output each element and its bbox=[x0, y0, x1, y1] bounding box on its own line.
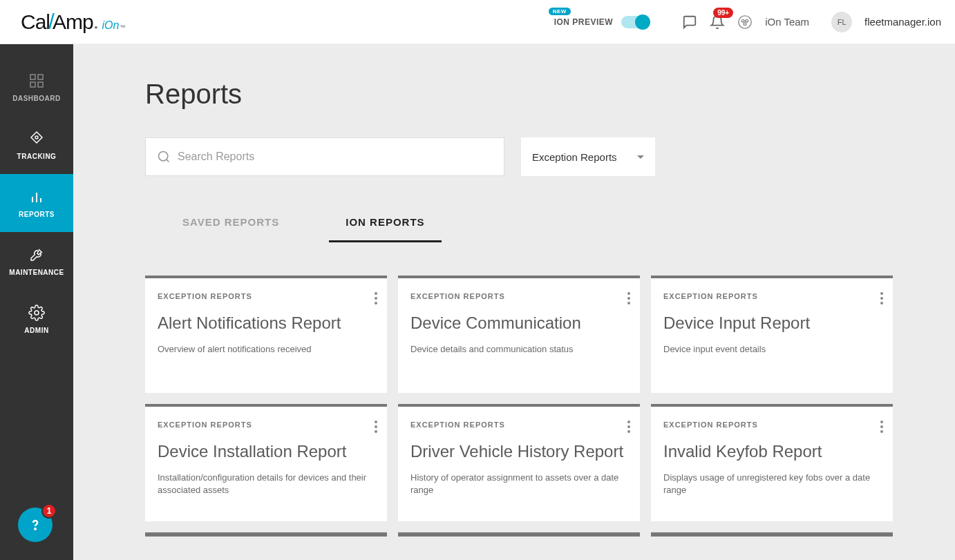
svg-point-16 bbox=[35, 528, 36, 530]
sidebar: DASHBOARD TRACKING REPORTS MAINTENANCE A… bbox=[0, 44, 73, 560]
svg-point-14 bbox=[159, 152, 168, 161]
report-card[interactable]: EXCEPTION REPORTS Invalid Keyfob Report … bbox=[651, 404, 893, 521]
report-card-stub bbox=[651, 532, 893, 537]
header-right: NEW ION PREVIEW 99+ iOn Team FL fleetman… bbox=[554, 12, 941, 32]
report-card[interactable]: EXCEPTION REPORTS Device Input Report De… bbox=[651, 276, 893, 393]
tab-ion-reports[interactable]: ION REPORTS bbox=[329, 211, 441, 242]
svg-point-3 bbox=[744, 22, 746, 25]
report-card[interactable]: EXCEPTION REPORTS Alert Notifications Re… bbox=[145, 276, 387, 393]
username[interactable]: fleetmanager.ion bbox=[864, 16, 941, 28]
svg-line-12 bbox=[39, 249, 42, 253]
svg-rect-5 bbox=[38, 75, 43, 79]
sidebar-item-admin[interactable]: ADMIN bbox=[0, 290, 73, 348]
report-card[interactable]: EXCEPTION REPORTS Driver Vehicle History… bbox=[398, 404, 640, 521]
chevron-down-icon bbox=[637, 155, 644, 159]
svg-rect-4 bbox=[30, 75, 35, 79]
sidebar-item-maintenance[interactable]: MAINTENANCE bbox=[0, 232, 73, 290]
card-description: Device details and communication status bbox=[410, 343, 627, 356]
card-menu-icon[interactable] bbox=[880, 421, 883, 433]
sidebar-item-dashboard[interactable]: DASHBOARD bbox=[0, 58, 73, 116]
dashboard-icon bbox=[28, 73, 45, 89]
header-bar: Cal/Amp● iOn™ NEW ION PREVIEW 99+ iOn Te… bbox=[0, 0, 955, 44]
search-icon bbox=[157, 150, 171, 164]
card-category: EXCEPTION REPORTS bbox=[410, 292, 627, 300]
card-menu-icon[interactable] bbox=[375, 421, 377, 433]
sidebar-item-label: MAINTENANCE bbox=[9, 269, 64, 276]
sidebar-item-label: REPORTS bbox=[19, 211, 55, 218]
card-description: History of operator assignment to assets… bbox=[410, 472, 627, 496]
category-dropdown[interactable]: Exception Reports bbox=[521, 137, 655, 176]
avatar-initials: FL bbox=[838, 18, 847, 26]
card-title: Device Installation Report bbox=[158, 441, 375, 462]
logo-text-cal: Cal bbox=[21, 10, 50, 33]
card-menu-icon[interactable] bbox=[627, 292, 630, 305]
card-category: EXCEPTION REPORTS bbox=[158, 421, 375, 429]
svg-rect-7 bbox=[30, 82, 35, 87]
card-category: EXCEPTION REPORTS bbox=[663, 421, 880, 429]
report-card-stub bbox=[398, 532, 640, 537]
page-title: Reports bbox=[145, 79, 893, 110]
tab-label: ION REPORTS bbox=[346, 216, 424, 228]
tracking-icon bbox=[28, 131, 45, 147]
controls-row: Exception Reports bbox=[145, 137, 893, 176]
search-input[interactable] bbox=[178, 151, 493, 163]
svg-point-2 bbox=[746, 19, 748, 22]
cards-grid: EXCEPTION REPORTS Alert Notifications Re… bbox=[145, 276, 893, 537]
reports-icon bbox=[28, 189, 45, 205]
card-description: Installation/configuration details for d… bbox=[158, 472, 375, 496]
team-label[interactable]: iOn Team bbox=[765, 16, 809, 28]
avatar[interactable]: FL bbox=[831, 12, 852, 32]
card-menu-icon[interactable] bbox=[627, 421, 630, 433]
card-menu-icon[interactable] bbox=[880, 292, 883, 305]
card-description: Displays usage of unregistered key fobs … bbox=[663, 472, 880, 496]
messages-icon[interactable] bbox=[682, 15, 697, 30]
svg-point-0 bbox=[739, 15, 751, 28]
tabs: SAVED REPORTS ION REPORTS bbox=[166, 211, 893, 242]
notification-badge: 99+ bbox=[713, 8, 733, 18]
report-card-stub bbox=[145, 532, 387, 537]
card-description: Device input event details bbox=[663, 343, 880, 356]
report-card[interactable]: EXCEPTION REPORTS Device Communication D… bbox=[398, 276, 640, 393]
toggle-knob-icon bbox=[635, 15, 650, 30]
logo-text-amp: Amp bbox=[53, 10, 93, 33]
dropdown-selected-label: Exception Reports bbox=[532, 151, 617, 163]
logo[interactable]: Cal/Amp● iOn™ bbox=[21, 9, 125, 35]
report-card[interactable]: EXCEPTION REPORTS Device Installation Re… bbox=[145, 404, 387, 521]
new-badge: NEW bbox=[549, 8, 571, 15]
card-title: Device Input Report bbox=[663, 313, 880, 334]
svg-point-8 bbox=[35, 136, 38, 139]
svg-point-13 bbox=[35, 311, 39, 315]
svg-point-1 bbox=[742, 19, 745, 22]
search-box[interactable] bbox=[145, 137, 504, 176]
logo-ion: iOn bbox=[102, 19, 119, 32]
svg-line-15 bbox=[167, 160, 169, 162]
ion-preview-label: ION PREVIEW bbox=[554, 17, 614, 27]
card-title: Invalid Keyfob Report bbox=[663, 441, 880, 462]
sidebar-item-label: DASHBOARD bbox=[12, 95, 61, 102]
card-category: EXCEPTION REPORTS bbox=[663, 292, 880, 300]
admin-icon bbox=[28, 305, 45, 321]
notifications-icon[interactable]: 99+ bbox=[710, 15, 725, 30]
sidebar-item-reports[interactable]: REPORTS bbox=[0, 174, 73, 232]
maintenance-icon bbox=[28, 247, 45, 263]
sidebar-item-tracking[interactable]: TRACKING bbox=[0, 116, 73, 174]
sidebar-item-label: TRACKING bbox=[17, 153, 57, 160]
ion-preview-group: NEW ION PREVIEW bbox=[554, 16, 650, 28]
card-category: EXCEPTION REPORTS bbox=[410, 421, 627, 429]
card-menu-icon[interactable] bbox=[375, 292, 377, 305]
card-title: Driver Vehicle History Report bbox=[410, 441, 627, 462]
card-category: EXCEPTION REPORTS bbox=[158, 292, 375, 300]
card-title: Device Communication bbox=[410, 313, 627, 334]
card-description: Overview of alert notifications received bbox=[158, 343, 375, 356]
main-content: Reports Exception Reports SAVED REPORTS … bbox=[73, 44, 955, 560]
help-button[interactable]: 1 bbox=[18, 508, 53, 542]
svg-rect-6 bbox=[38, 82, 43, 87]
help-icon bbox=[27, 516, 44, 533]
sidebar-item-label: ADMIN bbox=[24, 327, 48, 334]
tab-label: SAVED REPORTS bbox=[182, 216, 279, 228]
ion-preview-toggle[interactable] bbox=[621, 16, 649, 28]
tab-saved-reports[interactable]: SAVED REPORTS bbox=[166, 211, 296, 242]
team-icon[interactable] bbox=[737, 15, 753, 30]
card-title: Alert Notifications Report bbox=[158, 313, 375, 334]
help-badge: 1 bbox=[41, 503, 57, 519]
